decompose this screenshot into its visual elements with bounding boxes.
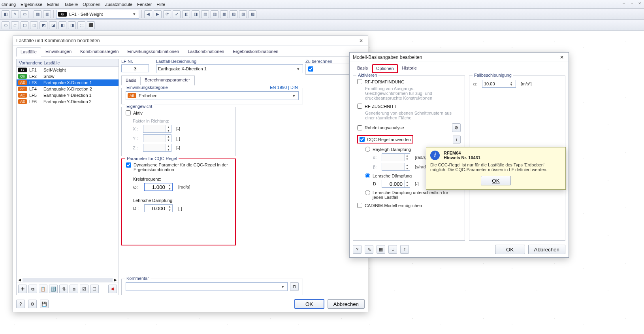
toolbar-icon[interactable]: ◪ [49,21,57,29]
toolbar-icon[interactable]: ◧ [58,21,66,29]
select-all-icon[interactable]: ☑ [80,285,89,293]
frequency-input[interactable]: ▲▼ [144,183,173,191]
toolbar-icon[interactable]: ◧ [2,10,9,18]
toolbar-icon[interactable]: ▭ [2,21,9,29]
cancel-button[interactable]: Abbrechen [528,245,565,254]
loadcase-combo[interactable]: GLF1 - Self-Weight ▾ [56,10,139,19]
subtab-basis[interactable]: Basis [122,76,141,86]
close-icon[interactable]: ✕ [358,37,365,44]
toolbar-icon[interactable]: ⤢ [173,10,181,18]
checkbox-input[interactable] [357,203,362,208]
cqc-rule-checkbox[interactable]: CQC-Regel anwenden [357,135,413,143]
scroll-left-icon[interactable]: ◀ [18,278,21,282]
toolbar-icon[interactable]: ◀ [144,10,152,18]
checkbox-input[interactable] [126,162,131,168]
toolbar-icon[interactable]: ✎ [11,10,19,18]
toolbar-icon[interactable]: ⬛ [87,21,95,29]
close-icon[interactable]: ✕ [558,54,565,61]
radio-input[interactable] [365,147,370,152]
paste-icon[interactable]: 📋 [39,285,47,293]
standard-link[interactable]: EN 1990 | DIN [270,85,298,90]
dialog-titlebar[interactable]: Lastfälle und Kombinationen bearbeiten ✕ [13,36,368,45]
copy-icon[interactable]: ⧉ [28,285,37,293]
new-icon[interactable]: ✚ [18,285,27,293]
menu-item[interactable]: Fenster [137,2,152,7]
list-item[interactable]: AE LF6 Earthquake Y-Direction 2 [17,98,119,105]
tab-basis[interactable]: Basis [353,64,372,73]
export-icon[interactable]: ⤒ [400,245,409,254]
action-category-select[interactable]: AE Erdbeben ▾ [126,91,299,100]
toolbar-icon[interactable]: ▦ [34,10,41,18]
toolbar-icon[interactable]: ◫ [30,21,38,29]
cancel-button[interactable]: Abbrechen [328,299,365,309]
tab-actions[interactable]: Einwirkungen [41,47,76,56]
tab-history[interactable]: Historie [398,64,421,73]
menu-item[interactable]: Zusatzmodule [105,2,132,7]
minimize-icon[interactable]: – [621,1,627,6]
menu-item[interactable]: Tabelle [64,2,78,7]
radio-input[interactable] [365,190,370,195]
checkbox-input[interactable] [360,137,365,142]
edit-comment-icon[interactable]: 🗒 [290,282,299,291]
menubar[interactable]: chnung Ergebnisse Extras Tabelle Optione… [0,0,644,9]
table-icon[interactable]: ▦ [377,245,385,254]
checkbox-input[interactable] [357,125,362,130]
d-input[interactable]: ▲▼ [382,180,410,188]
lfnr-input[interactable] [121,64,149,72]
toolbar-icon[interactable]: ◨ [192,10,200,18]
help-icon[interactable]: ? [16,300,25,308]
toolbar-icon[interactable]: ◧ [182,10,190,18]
cqc-dynamic-checkbox[interactable]: Dynamische Parameter für die CQC-Regel i… [126,162,228,172]
tab-result-combos[interactable]: Ergebniskombinationen [228,47,282,56]
comment-combo[interactable]: ▾ [126,282,288,291]
checkbox-input[interactable] [357,104,362,109]
checkbox-input[interactable] [357,79,362,84]
toolbar-icon[interactable]: ▥ [211,10,218,18]
toolbar-icon[interactable]: ⬚ [77,21,85,29]
zuschnitt-checkbox[interactable]: RF-ZUSCHNITT [357,104,397,109]
to-calc-checkbox[interactable] [308,66,313,72]
help-icon[interactable]: ? [353,245,362,254]
tab-action-combos[interactable]: Einwirkungskombinationen [123,47,183,56]
filter-icon[interactable]: ⧈ [70,285,78,293]
toolbar-icon[interactable]: ◨ [68,21,76,29]
formfinding-checkbox[interactable]: RF-FORMFINDUNG [357,79,405,84]
sort-icon[interactable]: ⇅ [59,285,68,293]
hint-ok-button[interactable]: OK [481,176,511,185]
lehr-per-lf-radio[interactable]: Lehrsche Dämpfung unterschiedlich für je… [365,190,461,200]
name-combo[interactable]: Earthquake X-Direction 1 ▾ [156,64,303,73]
cad-bim-checkbox[interactable]: CAD/BIM-Modell ermöglichen [357,203,461,208]
toolbar-icon[interactable]: ▢ [21,21,28,29]
menu-item[interactable]: chnung [2,2,16,7]
import-icon[interactable]: ⤓ [388,245,397,254]
toolbar-icon[interactable]: ▱ [11,21,19,29]
restore-icon[interactable]: ▫ [629,1,635,6]
settings-icon[interactable]: ⚙ [28,300,37,308]
list-item[interactable]: AE LF5 Earthquake Y-Direction 1 [17,92,119,98]
list-item[interactable]: AE LF3 Earthquake X-Direction 1 [17,79,119,86]
toolbar-icon[interactable]: ◩ [40,21,47,29]
tab-load-combos[interactable]: Lastkombinationen [183,47,228,56]
ok-button[interactable]: OK [294,299,324,309]
active-checkbox[interactable]: Aktiv [126,110,143,115]
toolbar-row-1[interactable]: ◧ ✎ ▭ ▦ ▥ GLF1 - Self-Weight ▾ ◀ ▶ ⟳ ⤢ ◧… [0,9,644,20]
list-item[interactable]: G LF1 Self-Weight [17,67,119,73]
checkbox-input[interactable] [126,110,131,115]
toolbar-icon[interactable]: ⟳ [163,10,171,18]
deselect-all-icon[interactable]: ☐ [90,285,99,293]
menu-item[interactable]: Hilfe [156,2,165,7]
ok-button[interactable]: OK [495,245,525,254]
subtab-calc-params[interactable]: Berechnungsparameter [141,76,194,85]
toolbar-icon[interactable]: ▩ [249,10,256,18]
tab-loadcases[interactable]: Lastfälle [16,47,41,57]
toolbar-icon[interactable]: ▭ [21,10,28,18]
list-item[interactable]: AE LF4 Earthquake X-Direction 2 [17,86,119,92]
close-icon[interactable]: × [637,1,642,6]
menu-item[interactable]: Ergebnisse [21,2,42,7]
toolbar-icon[interactable]: ▤ [201,10,209,18]
delete-icon[interactable]: ✖ [108,285,117,293]
toolbar-icon[interactable]: ▧ [230,10,237,18]
edit-icon[interactable]: ✎ [365,245,373,254]
list-item[interactable]: Qs LF2 Snow [17,73,119,79]
toolbar-icon[interactable]: ▶ [154,10,162,18]
